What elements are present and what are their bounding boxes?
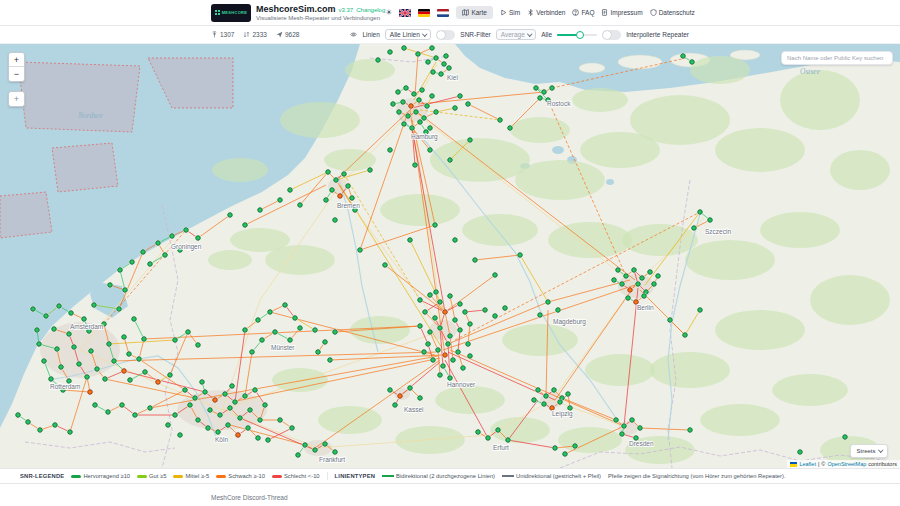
repeater-node[interactable] (148, 262, 153, 267)
repeater-node[interactable] (466, 342, 471, 347)
repeater-node[interactable] (178, 433, 183, 438)
repeater-node[interactable] (196, 418, 201, 423)
repeater-node[interactable] (55, 347, 60, 352)
repeater-node[interactable] (133, 413, 138, 418)
repeater-node[interactable] (433, 223, 438, 228)
repeater-node[interactable] (260, 338, 265, 343)
repeater-node[interactable] (463, 310, 468, 315)
repeater-node[interactable] (451, 358, 456, 363)
repeater-node[interactable] (288, 338, 293, 343)
repeater-node[interactable] (461, 366, 466, 371)
repeater-node[interactable] (213, 398, 218, 403)
repeater-node[interactable] (26, 420, 31, 425)
nav-datenschutz-button[interactable]: Datenschutz (650, 9, 695, 16)
repeater-node[interactable] (59, 365, 64, 370)
repeater-node[interactable] (453, 318, 458, 323)
repeater-node[interactable] (431, 70, 436, 75)
repeater-node[interactable] (843, 435, 848, 440)
repeater-node[interactable] (498, 118, 503, 123)
repeater-node[interactable] (333, 330, 338, 335)
repeater-node[interactable] (127, 352, 132, 357)
repeater-node[interactable] (128, 378, 133, 383)
snr-mode-select[interactable]: Average (496, 29, 537, 40)
repeater-node[interactable] (248, 408, 253, 413)
repeater-node[interactable] (393, 403, 398, 408)
repeater-node[interactable] (448, 376, 453, 381)
repeater-node[interactable] (420, 88, 425, 93)
repeater-node[interactable] (648, 270, 653, 275)
repeater-node[interactable] (418, 298, 423, 303)
repeater-node[interactable] (640, 276, 645, 281)
repeater-node[interactable] (328, 358, 333, 363)
repeater-node[interactable] (438, 326, 443, 331)
repeater-node[interactable] (428, 330, 433, 335)
repeater-node[interactable] (690, 60, 695, 65)
repeater-node[interactable] (263, 403, 268, 408)
repeater-node[interactable] (170, 234, 175, 239)
repeater-node[interactable] (425, 104, 430, 109)
repeater-node[interactable] (508, 126, 513, 131)
repeater-node[interactable] (408, 386, 413, 391)
repeater-node[interactable] (430, 46, 435, 51)
repeater-node[interactable] (538, 96, 543, 101)
repeater-node[interactable] (132, 317, 137, 322)
repeater-node[interactable] (698, 210, 703, 215)
repeater-node[interactable] (253, 388, 258, 393)
repeater-node[interactable] (542, 402, 547, 407)
repeater-node[interactable] (683, 333, 688, 338)
repeater-node[interactable] (243, 328, 248, 333)
repeater-node[interactable] (458, 302, 463, 307)
repeater-node[interactable] (296, 453, 301, 458)
repeater-node[interactable] (434, 56, 439, 61)
repeater-node[interactable] (458, 94, 463, 99)
repeater-node[interactable] (447, 66, 452, 71)
repeater-node[interactable] (503, 306, 508, 311)
repeater-node[interactable] (238, 416, 243, 421)
flag-en-button[interactable] (399, 9, 411, 17)
repeater-node[interactable] (38, 428, 43, 433)
changelog-link[interactable]: Changelog (356, 7, 385, 13)
discord-thread-link[interactable]: MeshCore Discord-Thread (211, 494, 288, 501)
repeater-node[interactable] (266, 438, 271, 443)
repeater-node[interactable] (68, 430, 73, 435)
repeater-node[interactable] (52, 327, 57, 332)
repeater-node[interactable] (614, 418, 619, 423)
repeater-node[interactable] (552, 388, 557, 393)
zoom-out-button[interactable]: − (9, 67, 24, 81)
repeater-node[interactable] (196, 236, 201, 241)
repeater-node[interactable] (506, 438, 511, 443)
repeater-node[interactable] (642, 294, 647, 299)
repeater-node[interactable] (316, 350, 321, 355)
repeater-node[interactable] (439, 72, 444, 77)
repeater-node[interactable] (573, 444, 578, 449)
repeater-node[interactable] (438, 300, 443, 305)
repeater-node[interactable] (156, 241, 161, 246)
repeater-node[interactable] (200, 380, 205, 385)
repeater-node[interactable] (193, 396, 198, 401)
repeater-node[interactable] (107, 342, 112, 347)
repeater-node[interactable] (438, 373, 443, 378)
repeater-node[interactable] (468, 322, 473, 327)
repeater-node[interactable] (376, 58, 381, 63)
repeater-node[interactable] (313, 448, 318, 453)
repeater-node[interactable] (423, 310, 428, 315)
nav-impressum-button[interactable]: Impressum (601, 9, 642, 16)
repeater-node[interactable] (89, 349, 94, 354)
repeater-node[interactable] (397, 110, 402, 115)
repeater-node[interactable] (417, 98, 422, 103)
repeater-node[interactable] (668, 318, 673, 323)
repeater-node[interactable] (148, 406, 153, 411)
repeater-node[interactable] (324, 198, 329, 203)
repeater-node[interactable] (443, 353, 448, 358)
repeater-node[interactable] (431, 358, 436, 363)
leaflet-link[interactable]: Leaflet (799, 461, 816, 467)
repeater-node[interactable] (196, 343, 201, 348)
repeater-node[interactable] (422, 350, 427, 355)
repeater-node[interactable] (42, 359, 47, 364)
repeater-node[interactable] (250, 350, 255, 355)
repeater-node[interactable] (67, 332, 72, 337)
search-input[interactable] (781, 51, 893, 65)
repeater-node[interactable] (493, 273, 498, 278)
repeater-node[interactable] (358, 248, 363, 253)
repeater-node[interactable] (536, 388, 541, 393)
